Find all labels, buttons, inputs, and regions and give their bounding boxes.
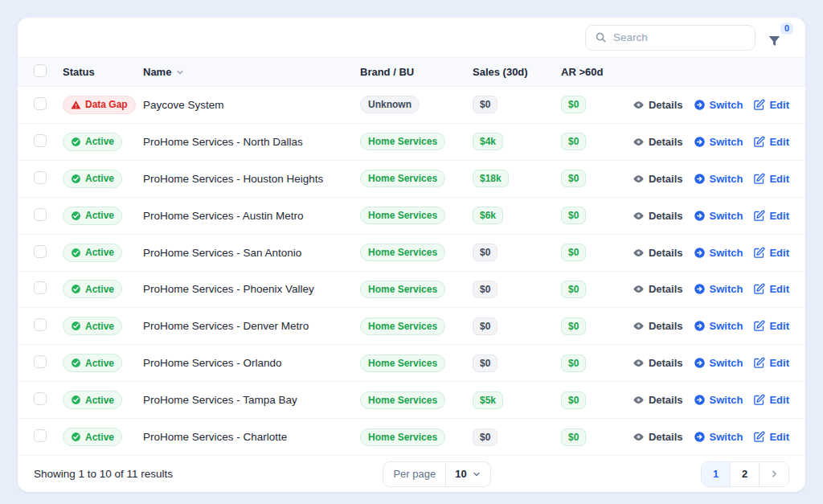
edit-pencil-icon: [753, 210, 765, 222]
header-ar: AR >60d: [561, 66, 651, 78]
switch-link[interactable]: Switch: [694, 431, 743, 443]
check-circle-icon: [71, 321, 81, 331]
edit-link[interactable]: Edit: [753, 394, 789, 406]
details-link[interactable]: Details: [633, 136, 683, 148]
row-checkbox[interactable]: [34, 134, 47, 147]
sales-badge: $0: [473, 318, 497, 335]
ar-badge: $0: [561, 96, 586, 113]
details-link[interactable]: Details: [633, 210, 683, 222]
edit-link[interactable]: Edit: [753, 320, 789, 332]
arrow-right-circle-icon: [694, 320, 706, 332]
accounts-table-card: 0 Status Name Brand / BU Sales (30d) AR …: [18, 18, 805, 492]
filter-button[interactable]: 0: [767, 26, 788, 50]
edit-link[interactable]: Edit: [753, 357, 789, 369]
sales-badge: $5k: [473, 391, 503, 409]
sales-badge: $6k: [473, 207, 503, 224]
sales-badge: $18k: [473, 170, 509, 187]
check-circle-icon: [71, 211, 81, 221]
filter-count-badge: 0: [780, 23, 793, 35]
brand-badge: Home Services: [360, 354, 445, 372]
search-input[interactable]: [613, 31, 746, 43]
ar-badge: $0: [561, 281, 586, 298]
chevron-right-icon: [769, 469, 780, 479]
check-circle-icon: [71, 248, 81, 258]
arrow-right-circle-icon: [694, 210, 706, 222]
row-checkbox[interactable]: [34, 318, 47, 331]
edit-pencil-icon: [753, 431, 765, 443]
status-label: Active: [85, 359, 114, 368]
table-header-row: Status Name Brand / BU Sales (30d) AR >6…: [18, 57, 805, 87]
table-row: Active ProHome Services - San Antonio Ho…: [18, 235, 805, 272]
sales-badge: $0: [473, 354, 497, 372]
header-brand: Brand / BU: [360, 66, 473, 78]
switch-link[interactable]: Switch: [694, 394, 743, 406]
details-link[interactable]: Details: [633, 320, 683, 332]
status-label: Active: [85, 395, 114, 405]
details-link[interactable]: Details: [633, 357, 683, 369]
details-link[interactable]: Details: [633, 394, 683, 406]
eye-icon: [633, 431, 645, 443]
page-button-2[interactable]: 2: [731, 462, 760, 486]
eye-icon: [633, 247, 645, 259]
row-checkbox[interactable]: [34, 281, 47, 294]
sales-badge: $0: [473, 428, 497, 446]
sales-badge: $0: [473, 244, 497, 261]
details-link[interactable]: Details: [633, 173, 683, 185]
edit-pencil-icon: [753, 173, 765, 185]
page-button-1[interactable]: 1: [702, 462, 731, 486]
switch-link[interactable]: Switch: [694, 247, 743, 259]
eye-icon: [633, 99, 645, 111]
arrow-right-circle-icon: [694, 394, 706, 406]
edit-link[interactable]: Edit: [753, 99, 789, 111]
row-checkbox[interactable]: [34, 208, 47, 221]
brand-badge: Home Services: [360, 428, 445, 446]
row-checkbox[interactable]: [34, 171, 47, 184]
table-row: Active ProHome Services - Denver Metro H…: [18, 308, 805, 345]
row-checkbox[interactable]: [34, 97, 47, 110]
eye-icon: [633, 394, 645, 406]
next-page-button[interactable]: [760, 462, 788, 486]
edit-pencil-icon: [753, 320, 765, 332]
arrow-right-circle-icon: [694, 173, 706, 185]
switch-link[interactable]: Switch: [694, 136, 743, 148]
details-link[interactable]: Details: [633, 99, 683, 111]
edit-link[interactable]: Edit: [753, 283, 789, 295]
select-all-checkbox[interactable]: [34, 64, 47, 77]
search-box[interactable]: [585, 25, 755, 51]
row-checkbox[interactable]: [34, 392, 47, 405]
arrow-right-circle-icon: [694, 99, 706, 111]
row-checkbox[interactable]: [34, 355, 47, 368]
status-label: Active: [85, 137, 114, 146]
row-checkbox[interactable]: [34, 245, 47, 258]
switch-link[interactable]: Switch: [694, 99, 743, 111]
edit-link[interactable]: Edit: [753, 210, 789, 222]
status-badge: Active: [63, 391, 122, 409]
switch-link[interactable]: Switch: [694, 210, 743, 222]
status-badge: Active: [63, 354, 122, 372]
details-link[interactable]: Details: [633, 247, 683, 259]
switch-link[interactable]: Switch: [694, 320, 743, 332]
table-row: Active ProHome Services - Charlotte Home…: [18, 419, 805, 455]
check-circle-icon: [71, 174, 81, 184]
status-label: Active: [85, 174, 114, 183]
edit-link[interactable]: Edit: [753, 247, 789, 259]
edit-link[interactable]: Edit: [753, 431, 789, 443]
switch-link[interactable]: Switch: [694, 173, 743, 185]
per-page-select[interactable]: 10: [446, 462, 489, 486]
table-row: Active ProHome Services - Tampa Bay Home…: [18, 382, 805, 419]
row-checkbox[interactable]: [34, 429, 47, 442]
status-badge: Active: [63, 428, 122, 446]
details-link[interactable]: Details: [633, 431, 683, 443]
row-name: ProHome Services - Denver Metro: [143, 320, 360, 332]
brand-badge: Unknown: [360, 96, 420, 113]
edit-link[interactable]: Edit: [753, 136, 789, 148]
sales-badge: $0: [473, 96, 497, 113]
status-badge: Active: [63, 317, 122, 335]
details-link[interactable]: Details: [633, 283, 683, 295]
table-row: Active ProHome Services - Austin Metro H…: [18, 198, 805, 235]
switch-link[interactable]: Switch: [694, 283, 743, 295]
sales-badge: $4k: [473, 133, 503, 150]
switch-link[interactable]: Switch: [694, 357, 743, 369]
edit-link[interactable]: Edit: [753, 173, 789, 185]
header-name[interactable]: Name: [143, 66, 360, 78]
